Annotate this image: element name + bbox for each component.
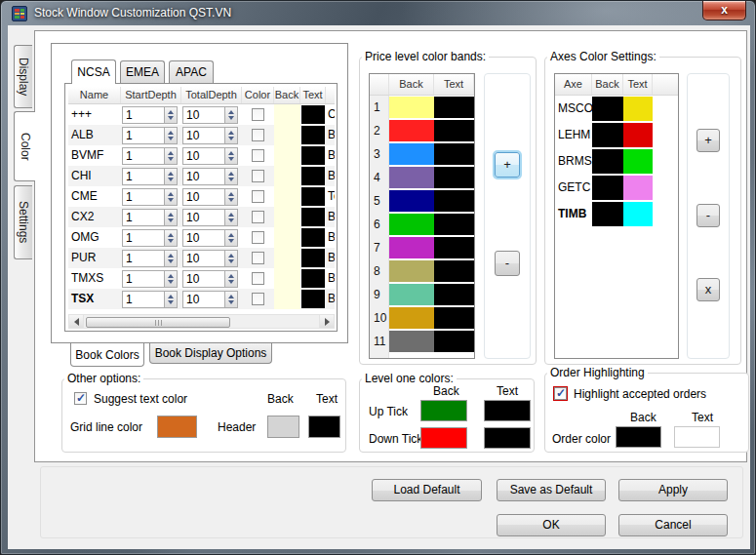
spinner-down-icon[interactable] (168, 239, 174, 243)
band-text-swatch[interactable] (434, 167, 474, 188)
tab-display[interactable]: Display (14, 45, 32, 108)
text-color-swatch[interactable] (300, 145, 326, 166)
spinner-buttons[interactable] (164, 169, 177, 184)
spinner-buttons[interactable] (224, 148, 237, 164)
spinner-down-icon[interactable] (168, 218, 174, 222)
totaldepth-spinner[interactable]: 10 (182, 209, 238, 226)
axis-text-swatch[interactable] (623, 123, 653, 147)
spinner-down-icon[interactable] (228, 280, 234, 284)
spinner-down-icon[interactable] (168, 157, 174, 161)
band-text-swatch[interactable] (434, 237, 474, 258)
startdepth-spinner[interactable]: 1 (122, 127, 178, 144)
spinner-buttons[interactable] (224, 251, 237, 266)
spinner-down-icon[interactable] (228, 300, 234, 304)
tab-settings[interactable]: Settings (14, 185, 32, 259)
totaldepth-spinner[interactable]: 10 (182, 229, 238, 247)
band-remove-button[interactable]: - (495, 251, 520, 276)
band-back-swatch[interactable] (389, 214, 434, 235)
spinner-value[interactable]: 10 (183, 271, 224, 287)
spinner-buttons[interactable] (224, 210, 237, 225)
totaldepth-spinner[interactable]: 10 (182, 168, 238, 185)
text-color-swatch[interactable] (300, 268, 326, 289)
totaldepth-spinner[interactable]: 10 (182, 106, 238, 124)
axis-row[interactable]: TIMB (555, 201, 678, 227)
spinner-up-icon[interactable] (228, 254, 234, 258)
startdepth-spinner[interactable]: 1 (122, 147, 178, 165)
band-back-swatch[interactable] (389, 331, 434, 352)
axis-row[interactable]: GETC (555, 175, 678, 201)
back-color-swatch[interactable] (274, 289, 300, 309)
band-back-swatch[interactable] (389, 284, 434, 305)
text-color-swatch[interactable] (300, 166, 326, 186)
totaldepth-spinner[interactable]: 10 (182, 250, 238, 267)
back-color-swatch[interactable] (274, 104, 300, 125)
text-color-swatch[interactable] (300, 186, 326, 207)
band-text-swatch[interactable] (434, 214, 474, 235)
price-band-row[interactable]: 4 (370, 166, 474, 189)
color-checkbox[interactable] (252, 190, 264, 203)
band-back-swatch[interactable] (389, 167, 434, 188)
spinner-down-icon[interactable] (168, 178, 174, 181)
spinner-down-icon[interactable] (168, 259, 174, 263)
spinner-buttons[interactable] (164, 292, 177, 307)
header-text-swatch[interactable] (308, 416, 340, 438)
band-text-swatch[interactable] (434, 143, 474, 165)
price-band-row[interactable]: 6 (370, 213, 474, 236)
spinner-value[interactable]: 10 (183, 169, 224, 184)
band-add-button[interactable]: + (495, 152, 520, 178)
totaldepth-spinner[interactable]: 10 (182, 127, 238, 144)
color-checkbox[interactable] (252, 170, 264, 182)
price-band-row[interactable]: 9 (370, 283, 474, 306)
spinner-down-icon[interactable] (228, 157, 234, 161)
band-back-swatch[interactable] (389, 237, 434, 258)
spinner-up-icon[interactable] (168, 192, 174, 196)
tab-apac[interactable]: APAC (169, 60, 214, 83)
up-tick-text-swatch[interactable] (484, 400, 531, 421)
color-checkbox[interactable] (252, 272, 264, 285)
band-back-swatch[interactable] (389, 120, 434, 141)
spinner-buttons[interactable] (164, 128, 177, 143)
header-back-swatch[interactable] (267, 416, 299, 438)
text-color-swatch[interactable] (300, 207, 326, 227)
startdepth-spinner[interactable]: 1 (122, 188, 178, 206)
spinner-up-icon[interactable] (228, 151, 234, 155)
spinner-up-icon[interactable] (168, 295, 174, 298)
band-text-swatch[interactable] (434, 331, 474, 352)
spinner-value[interactable]: 10 (183, 230, 224, 246)
axis-row[interactable]: MSCO (555, 96, 678, 122)
tab-book-display-options[interactable]: Book Display Options (149, 343, 272, 364)
spinner-up-icon[interactable] (228, 172, 234, 176)
spinner-value[interactable]: 1 (123, 128, 164, 143)
axis-back-swatch[interactable] (592, 149, 623, 174)
spinner-up-icon[interactable] (228, 131, 234, 135)
price-band-row[interactable]: 1 (370, 96, 474, 119)
color-checkbox[interactable] (252, 252, 264, 264)
text-color-swatch[interactable] (300, 104, 326, 125)
back-color-swatch[interactable] (274, 207, 300, 227)
spinner-value[interactable]: 1 (123, 148, 164, 164)
spinner-buttons[interactable] (164, 107, 177, 123)
exchange-row[interactable]: OMG110B (68, 227, 335, 248)
axis-text-swatch[interactable] (623, 202, 653, 226)
color-checkbox[interactable] (252, 149, 264, 162)
band-text-swatch[interactable] (434, 120, 474, 141)
spinner-up-icon[interactable] (228, 274, 234, 278)
spinner-value[interactable]: 1 (123, 230, 164, 246)
spinner-down-icon[interactable] (228, 137, 234, 140)
band-back-swatch[interactable] (389, 307, 434, 329)
color-checkbox[interactable] (252, 108, 264, 121)
spinner-buttons[interactable] (224, 292, 237, 307)
back-color-swatch[interactable] (274, 248, 300, 268)
spinner-down-icon[interactable] (228, 218, 234, 222)
exchange-row[interactable]: CHI110B (68, 166, 335, 186)
spinner-up-icon[interactable] (168, 172, 174, 176)
spinner-up-icon[interactable] (228, 110, 234, 114)
color-checkbox[interactable] (252, 129, 264, 141)
scrollbar-thumb[interactable] (86, 317, 230, 328)
spinner-buttons[interactable] (164, 230, 177, 246)
exchange-row[interactable]: CME110To (68, 186, 335, 207)
spinner-up-icon[interactable] (168, 151, 174, 155)
spinner-value[interactable]: 1 (123, 107, 164, 123)
axis-row[interactable]: BRMS (555, 148, 678, 175)
axes-remove-button[interactable]: - (696, 204, 720, 227)
